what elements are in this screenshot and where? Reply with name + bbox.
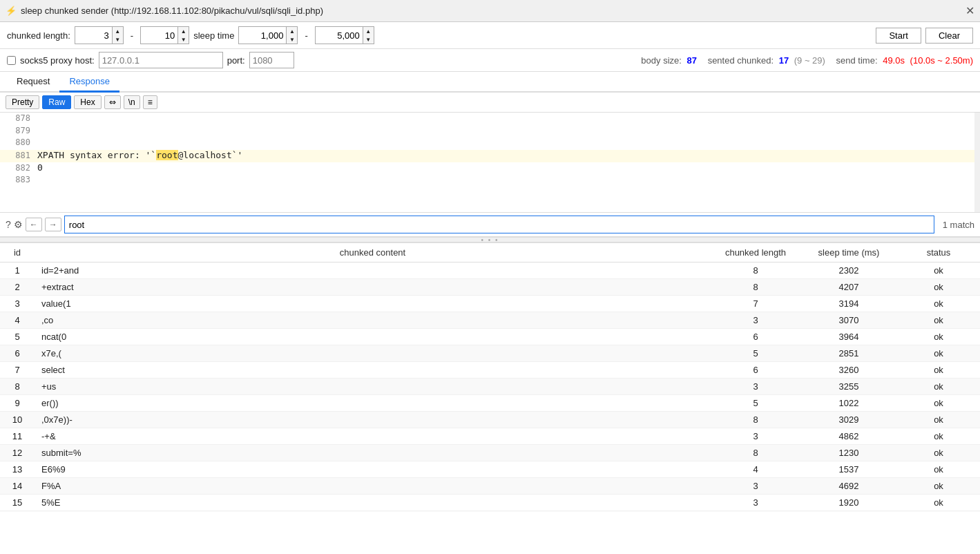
code-line: 880 <box>0 137 980 150</box>
cell-status: ok <box>897 511 980 513</box>
cell-sleep: 1920 <box>800 495 897 511</box>
table-row[interactable]: 2+extract84207ok <box>0 279 980 296</box>
toolbar: chunked length: ▲ ▼ - ▲ ▼ sleep time ▲ ▼… <box>0 22 980 49</box>
cell-length: 8 <box>711 412 800 428</box>
table-row[interactable]: 4,co33070ok <box>0 312 980 329</box>
app-icon: ⚡ <box>6 6 17 17</box>
hex-button[interactable]: Hex <box>74 95 101 109</box>
table-row[interactable]: 1id=2+and82302ok <box>0 262 980 279</box>
proxy-host-input[interactable] <box>99 52 223 68</box>
table-row[interactable]: 13E6%941537ok <box>0 461 980 478</box>
cell-length: 3 <box>711 428 800 445</box>
tab-request[interactable]: Request <box>7 72 59 93</box>
cell-sleep: 3194 <box>800 296 897 312</box>
cell-status: ok <box>897 412 980 428</box>
table-row[interactable]: 155%E31920ok <box>0 495 980 511</box>
cell-id: 3 <box>0 296 35 312</box>
chunked-max-input[interactable] <box>140 26 178 44</box>
cell-content: 5%E <box>35 495 711 511</box>
cell-length: 3 <box>711 379 800 395</box>
tab-response[interactable]: Response <box>59 72 119 93</box>
menu-button[interactable]: ≡ <box>143 95 157 109</box>
chunked-min-spin-btns: ▲ ▼ <box>113 26 124 44</box>
resizer[interactable]: • • • <box>0 237 980 242</box>
scrollbar-vert[interactable] <box>974 113 980 212</box>
cell-content: 8%A <box>35 511 711 513</box>
body-size-val: 87 <box>687 55 697 66</box>
line-content: XPATH syntax error: '`root@localhost`' <box>37 150 242 160</box>
raw-button[interactable]: Raw <box>42 95 71 109</box>
wrap-button[interactable]: ⇔ <box>104 95 121 109</box>
chunked-max-up[interactable]: ▲ <box>178 27 189 35</box>
col-header-status: status <box>897 243 980 262</box>
close-button[interactable]: ✕ <box>965 4 974 17</box>
proxy-row: socks5 proxy host: port: body size: 87 s… <box>0 49 980 72</box>
table-row[interactable]: 168%A33113ok <box>0 511 980 513</box>
table-row[interactable]: 12submit=%81230ok <box>0 445 980 461</box>
search-next-button[interactable]: → <box>45 218 61 231</box>
cell-status: ok <box>897 296 980 312</box>
cell-status: ok <box>897 428 980 445</box>
chunked-max-down[interactable]: ▼ <box>178 35 189 44</box>
sleep-min-input[interactable] <box>238 26 287 44</box>
table-row[interactable]: 9er())51022ok <box>0 395 980 412</box>
table-row[interactable]: 5ncat(063964ok <box>0 329 980 345</box>
sented-label: sented chunked: <box>708 55 774 66</box>
cell-sleep: 3070 <box>800 312 897 329</box>
cell-id: 2 <box>0 279 35 296</box>
chunked-min-down[interactable]: ▼ <box>113 35 123 44</box>
chunked-min-up[interactable]: ▲ <box>113 27 123 35</box>
cell-status: ok <box>897 262 980 279</box>
cell-status: ok <box>897 395 980 412</box>
sleep-min-down[interactable]: ▼ <box>287 35 297 44</box>
table-row[interactable]: 8+us33255ok <box>0 379 980 395</box>
cell-sleep: 3255 <box>800 379 897 395</box>
clear-button[interactable]: Clear <box>925 28 973 44</box>
cell-length: 6 <box>711 362 800 379</box>
proxy-checkbox[interactable] <box>7 56 16 65</box>
table-row[interactable]: 11-+&34862ok <box>0 428 980 445</box>
table-row[interactable]: 10,0x7e))-83029ok <box>0 412 980 428</box>
cell-sleep: 1537 <box>800 461 897 478</box>
sented-val: 17 <box>779 55 789 66</box>
port-input[interactable] <box>249 52 294 68</box>
cell-length: 5 <box>711 395 800 412</box>
line-content <box>37 113 59 123</box>
table-wrap[interactable]: id chunked content chunked length sleep … <box>0 242 980 512</box>
sleep-time-label: sleep time <box>193 30 234 41</box>
dash2: - <box>305 30 307 41</box>
start-button[interactable]: Start <box>876 28 921 44</box>
table-row[interactable]: 6x7e,(52851ok <box>0 345 980 362</box>
line-number: 883 <box>6 175 30 184</box>
cell-id: 5 <box>0 329 35 345</box>
sleep-max-down[interactable]: ▼ <box>363 35 374 44</box>
sleep-max-input[interactable] <box>315 26 363 44</box>
cell-status: ok <box>897 379 980 395</box>
chunked-min-input[interactable] <box>75 26 113 44</box>
table-row[interactable]: 14F%A34692ok <box>0 478 980 495</box>
table-row[interactable]: 3value(173194ok <box>0 296 980 312</box>
chunked-min-spinner: ▲ ▼ <box>75 26 124 44</box>
search-prev-button[interactable]: ← <box>26 218 42 231</box>
sleep-max-up[interactable]: ▲ <box>363 27 374 35</box>
tag-text <box>37 113 59 123</box>
table-row[interactable]: 7select63260ok <box>0 362 980 379</box>
pretty-button[interactable]: Pretty <box>6 95 39 109</box>
title-bar: ⚡ sleep chunked sender (http://192.168.1… <box>0 0 980 22</box>
sented-paren: (9 ~ 29) <box>794 55 825 66</box>
window-title: sleep chunked sender (http://192.168.11.… <box>21 6 323 16</box>
response-area[interactable]: 878 879 880881XPATH syntax error: '`root… <box>0 113 980 213</box>
cell-status: ok <box>897 362 980 379</box>
proxy-label: socks5 proxy host: <box>20 55 95 66</box>
cell-content: submit=% <box>35 445 711 461</box>
search-help-button[interactable]: ? <box>6 219 11 230</box>
code-line: 883 <box>0 175 980 187</box>
newline-button[interactable]: \n <box>124 95 140 109</box>
cell-status: ok <box>897 461 980 478</box>
search-settings-button[interactable]: ⚙ <box>14 219 23 230</box>
search-input[interactable] <box>64 216 934 233</box>
cell-status: ok <box>897 445 980 461</box>
sleep-max-spin-btns: ▲ ▼ <box>363 26 374 44</box>
cell-content: ncat(0 <box>35 329 711 345</box>
sleep-min-up[interactable]: ▲ <box>287 27 297 35</box>
